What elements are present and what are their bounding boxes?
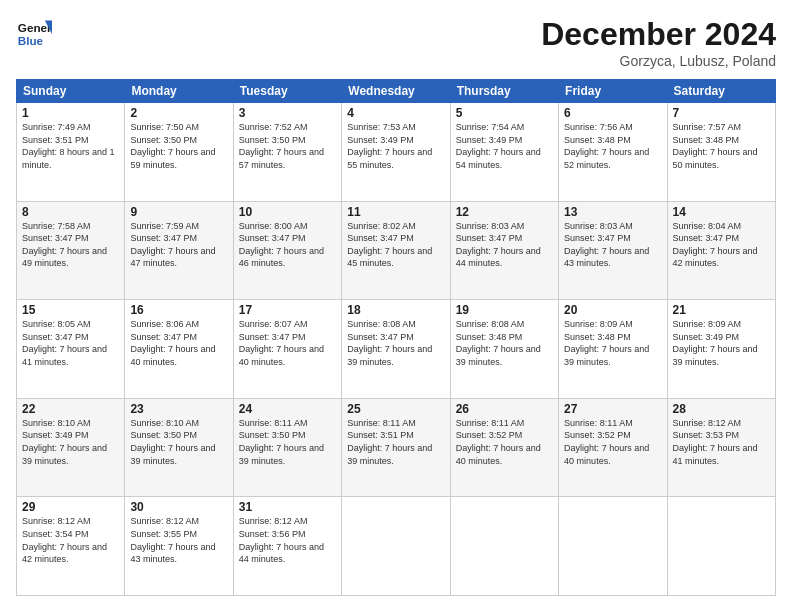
day-info: Sunrise: 8:12 AMSunset: 3:54 PMDaylight:…: [22, 516, 107, 564]
day-cell: 23 Sunrise: 8:10 AMSunset: 3:50 PMDaylig…: [125, 398, 233, 497]
day-number: 27: [564, 402, 661, 416]
day-cell: 13 Sunrise: 8:03 AMSunset: 3:47 PMDaylig…: [559, 201, 667, 300]
day-number: 16: [130, 303, 227, 317]
day-number: 31: [239, 500, 336, 514]
day-number: 8: [22, 205, 119, 219]
title-block: December 2024 Gorzyca, Lubusz, Poland: [541, 16, 776, 69]
day-info: Sunrise: 8:12 AMSunset: 3:56 PMDaylight:…: [239, 516, 324, 564]
day-info: Sunrise: 7:58 AMSunset: 3:47 PMDaylight:…: [22, 221, 107, 269]
day-info: Sunrise: 8:10 AMSunset: 3:50 PMDaylight:…: [130, 418, 215, 466]
day-info: Sunrise: 8:09 AMSunset: 3:48 PMDaylight:…: [564, 319, 649, 367]
week-row: 22 Sunrise: 8:10 AMSunset: 3:49 PMDaylig…: [17, 398, 776, 497]
day-cell: 5 Sunrise: 7:54 AMSunset: 3:49 PMDayligh…: [450, 103, 558, 202]
day-cell: 4 Sunrise: 7:53 AMSunset: 3:49 PMDayligh…: [342, 103, 450, 202]
day-info: Sunrise: 7:54 AMSunset: 3:49 PMDaylight:…: [456, 122, 541, 170]
day-cell: 21 Sunrise: 8:09 AMSunset: 3:49 PMDaylig…: [667, 300, 775, 399]
day-number: 25: [347, 402, 444, 416]
day-number: 21: [673, 303, 770, 317]
day-cell: 8 Sunrise: 7:58 AMSunset: 3:47 PMDayligh…: [17, 201, 125, 300]
day-number: 10: [239, 205, 336, 219]
day-header: Friday: [559, 80, 667, 103]
day-cell: 6 Sunrise: 7:56 AMSunset: 3:48 PMDayligh…: [559, 103, 667, 202]
day-info: Sunrise: 8:11 AMSunset: 3:52 PMDaylight:…: [564, 418, 649, 466]
day-header: Monday: [125, 80, 233, 103]
day-number: 6: [564, 106, 661, 120]
day-number: 1: [22, 106, 119, 120]
day-cell: 14 Sunrise: 8:04 AMSunset: 3:47 PMDaylig…: [667, 201, 775, 300]
day-info: Sunrise: 8:12 AMSunset: 3:53 PMDaylight:…: [673, 418, 758, 466]
day-info: Sunrise: 8:03 AMSunset: 3:47 PMDaylight:…: [564, 221, 649, 269]
logo-icon: General Blue: [16, 16, 52, 52]
day-info: Sunrise: 8:02 AMSunset: 3:47 PMDaylight:…: [347, 221, 432, 269]
day-info: Sunrise: 7:56 AMSunset: 3:48 PMDaylight:…: [564, 122, 649, 170]
day-cell: 29 Sunrise: 8:12 AMSunset: 3:54 PMDaylig…: [17, 497, 125, 596]
day-info: Sunrise: 8:11 AMSunset: 3:51 PMDaylight:…: [347, 418, 432, 466]
day-info: Sunrise: 8:08 AMSunset: 3:47 PMDaylight:…: [347, 319, 432, 367]
day-cell: 7 Sunrise: 7:57 AMSunset: 3:48 PMDayligh…: [667, 103, 775, 202]
day-info: Sunrise: 8:04 AMSunset: 3:47 PMDaylight:…: [673, 221, 758, 269]
day-number: 3: [239, 106, 336, 120]
week-row: 1 Sunrise: 7:49 AMSunset: 3:51 PMDayligh…: [17, 103, 776, 202]
subtitle: Gorzyca, Lubusz, Poland: [541, 53, 776, 69]
day-cell: 3 Sunrise: 7:52 AMSunset: 3:50 PMDayligh…: [233, 103, 341, 202]
day-header: Saturday: [667, 80, 775, 103]
day-number: 17: [239, 303, 336, 317]
day-info: Sunrise: 8:10 AMSunset: 3:49 PMDaylight:…: [22, 418, 107, 466]
day-cell: 18 Sunrise: 8:08 AMSunset: 3:47 PMDaylig…: [342, 300, 450, 399]
day-number: 29: [22, 500, 119, 514]
day-number: 19: [456, 303, 553, 317]
day-info: Sunrise: 8:11 AMSunset: 3:50 PMDaylight:…: [239, 418, 324, 466]
day-number: 5: [456, 106, 553, 120]
day-cell: [667, 497, 775, 596]
day-cell: 26 Sunrise: 8:11 AMSunset: 3:52 PMDaylig…: [450, 398, 558, 497]
day-cell: 2 Sunrise: 7:50 AMSunset: 3:50 PMDayligh…: [125, 103, 233, 202]
day-cell: 31 Sunrise: 8:12 AMSunset: 3:56 PMDaylig…: [233, 497, 341, 596]
day-info: Sunrise: 7:57 AMSunset: 3:48 PMDaylight:…: [673, 122, 758, 170]
day-cell: 20 Sunrise: 8:09 AMSunset: 3:48 PMDaylig…: [559, 300, 667, 399]
day-number: 13: [564, 205, 661, 219]
day-cell: 28 Sunrise: 8:12 AMSunset: 3:53 PMDaylig…: [667, 398, 775, 497]
day-info: Sunrise: 7:50 AMSunset: 3:50 PMDaylight:…: [130, 122, 215, 170]
week-row: 29 Sunrise: 8:12 AMSunset: 3:54 PMDaylig…: [17, 497, 776, 596]
day-info: Sunrise: 8:12 AMSunset: 3:55 PMDaylight:…: [130, 516, 215, 564]
day-number: 7: [673, 106, 770, 120]
day-number: 18: [347, 303, 444, 317]
day-info: Sunrise: 8:06 AMSunset: 3:47 PMDaylight:…: [130, 319, 215, 367]
logo: General Blue: [16, 16, 52, 52]
day-cell: 11 Sunrise: 8:02 AMSunset: 3:47 PMDaylig…: [342, 201, 450, 300]
day-header: Tuesday: [233, 80, 341, 103]
day-number: 9: [130, 205, 227, 219]
day-number: 23: [130, 402, 227, 416]
day-number: 22: [22, 402, 119, 416]
day-number: 11: [347, 205, 444, 219]
day-cell: [450, 497, 558, 596]
day-header: Thursday: [450, 80, 558, 103]
page: General Blue December 2024 Gorzyca, Lubu…: [0, 0, 792, 612]
day-number: 30: [130, 500, 227, 514]
day-cell: 27 Sunrise: 8:11 AMSunset: 3:52 PMDaylig…: [559, 398, 667, 497]
day-number: 20: [564, 303, 661, 317]
day-cell: 25 Sunrise: 8:11 AMSunset: 3:51 PMDaylig…: [342, 398, 450, 497]
day-info: Sunrise: 8:08 AMSunset: 3:48 PMDaylight:…: [456, 319, 541, 367]
day-cell: 15 Sunrise: 8:05 AMSunset: 3:47 PMDaylig…: [17, 300, 125, 399]
header: General Blue December 2024 Gorzyca, Lubu…: [16, 16, 776, 69]
day-cell: 17 Sunrise: 8:07 AMSunset: 3:47 PMDaylig…: [233, 300, 341, 399]
week-row: 15 Sunrise: 8:05 AMSunset: 3:47 PMDaylig…: [17, 300, 776, 399]
day-info: Sunrise: 7:53 AMSunset: 3:49 PMDaylight:…: [347, 122, 432, 170]
month-title: December 2024: [541, 16, 776, 53]
day-cell: 30 Sunrise: 8:12 AMSunset: 3:55 PMDaylig…: [125, 497, 233, 596]
day-number: 26: [456, 402, 553, 416]
day-cell: 19 Sunrise: 8:08 AMSunset: 3:48 PMDaylig…: [450, 300, 558, 399]
day-cell: 16 Sunrise: 8:06 AMSunset: 3:47 PMDaylig…: [125, 300, 233, 399]
day-header: Sunday: [17, 80, 125, 103]
day-info: Sunrise: 8:11 AMSunset: 3:52 PMDaylight:…: [456, 418, 541, 466]
day-info: Sunrise: 8:09 AMSunset: 3:49 PMDaylight:…: [673, 319, 758, 367]
day-cell: [342, 497, 450, 596]
day-number: 14: [673, 205, 770, 219]
week-row: 8 Sunrise: 7:58 AMSunset: 3:47 PMDayligh…: [17, 201, 776, 300]
day-header: Wednesday: [342, 80, 450, 103]
day-number: 2: [130, 106, 227, 120]
day-cell: 9 Sunrise: 7:59 AMSunset: 3:47 PMDayligh…: [125, 201, 233, 300]
day-info: Sunrise: 7:52 AMSunset: 3:50 PMDaylight:…: [239, 122, 324, 170]
day-info: Sunrise: 8:07 AMSunset: 3:47 PMDaylight:…: [239, 319, 324, 367]
